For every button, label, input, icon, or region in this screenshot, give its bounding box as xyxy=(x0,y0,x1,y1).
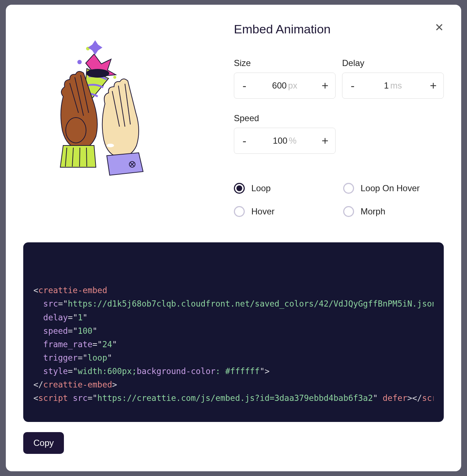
delay-value-number: 1 xyxy=(384,81,389,91)
trigger-label-loop: Loop xyxy=(251,183,271,193)
delay-decrement-button[interactable]: - xyxy=(342,73,363,98)
trigger-label-loop-on-hover: Loop On Hover xyxy=(361,183,420,193)
delay-unit: ms xyxy=(390,81,402,91)
speed-label: Speed xyxy=(234,113,336,123)
trigger-label-hover: Hover xyxy=(251,206,275,217)
svg-point-6 xyxy=(86,69,109,78)
trigger-label-morph: Morph xyxy=(361,206,385,217)
speed-increment-button[interactable]: + xyxy=(315,128,335,153)
speed-unit: % xyxy=(289,136,296,146)
svg-point-18 xyxy=(107,144,114,147)
speed-field: Speed - 100 % + xyxy=(234,113,336,154)
size-value-number: 600 xyxy=(272,81,287,91)
speed-value: 100 % xyxy=(255,136,315,146)
embed-animation-modal: Embed Animation ✕ Size - 600 px + xyxy=(6,5,461,471)
speed-value-number: 100 xyxy=(273,136,287,146)
modal-title: Embed Animation xyxy=(234,22,331,36)
size-increment-button[interactable]: + xyxy=(315,73,335,98)
svg-marker-1 xyxy=(88,40,102,55)
trigger-radio-loop[interactable]: Loop xyxy=(234,183,334,194)
size-stepper: - 600 px + xyxy=(234,73,336,99)
delay-value: 1 ms xyxy=(363,81,423,91)
copy-button[interactable]: Copy xyxy=(23,432,64,454)
trigger-radio-loop-on-hover[interactable]: Loop On Hover xyxy=(343,183,444,194)
trigger-radio-morph[interactable]: Morph xyxy=(343,206,444,217)
svg-point-2 xyxy=(77,60,82,64)
svg-line-14 xyxy=(86,148,87,167)
radio-icon xyxy=(234,206,245,217)
radio-icon xyxy=(234,183,245,194)
svg-point-4 xyxy=(113,76,116,79)
size-value: 600 px xyxy=(255,81,315,91)
clapping-hands-illustration xyxy=(52,40,183,193)
svg-line-13 xyxy=(80,148,80,167)
size-label: Size xyxy=(234,58,336,68)
delay-stepper: - 1 ms + xyxy=(342,73,444,99)
embed-code-block: <creattie-embed src="https://d1k5j68ob7c… xyxy=(23,242,444,422)
radio-icon xyxy=(343,206,354,217)
size-decrement-button[interactable]: - xyxy=(234,73,255,98)
speed-decrement-button[interactable]: - xyxy=(234,128,255,153)
trigger-radio-hover[interactable]: Hover xyxy=(234,206,334,217)
size-field: Size - 600 px + xyxy=(234,58,336,99)
size-unit: px xyxy=(288,81,297,91)
close-button[interactable]: ✕ xyxy=(435,22,444,33)
trigger-radio-group: Loop Loop On Hover Hover Morph xyxy=(234,183,444,217)
radio-icon xyxy=(343,183,354,194)
delay-label: Delay xyxy=(342,58,444,68)
speed-stepper: - 100 % + xyxy=(234,128,336,154)
delay-increment-button[interactable]: + xyxy=(423,73,443,98)
animation-preview xyxy=(23,22,212,211)
embed-code-scroll[interactable]: <creattie-embed src="https://d1k5j68ob7c… xyxy=(33,284,434,409)
delay-field: Delay - 1 ms + xyxy=(342,58,444,99)
